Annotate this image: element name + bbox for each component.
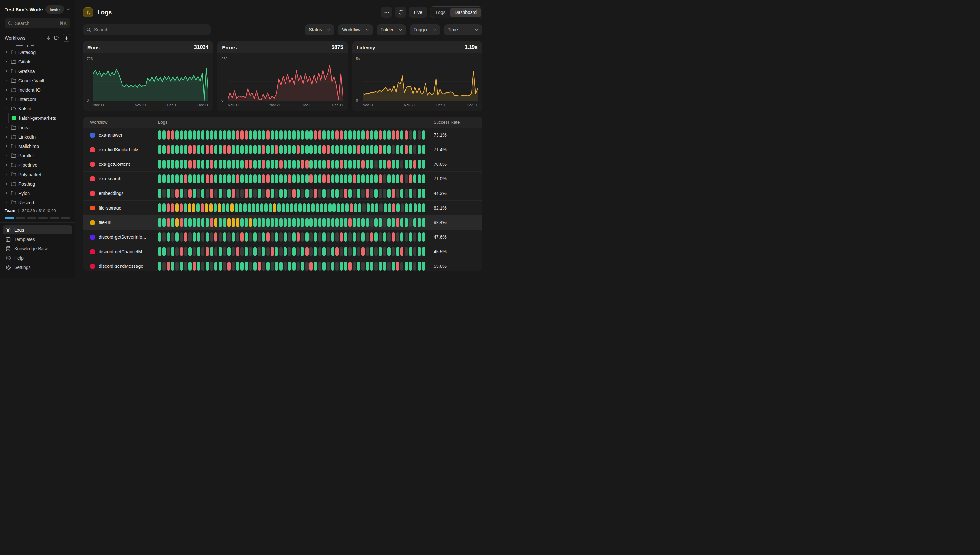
log-pill[interactable]	[223, 218, 226, 227]
log-pill[interactable]	[283, 233, 287, 242]
log-pill[interactable]	[206, 189, 209, 198]
log-pill[interactable]	[292, 160, 296, 169]
log-pill[interactable]	[352, 174, 356, 183]
log-pill[interactable]	[175, 218, 179, 227]
log-pill[interactable]	[163, 189, 166, 198]
log-pill[interactable]	[171, 247, 174, 256]
log-pill[interactable]	[309, 261, 313, 271]
log-pill[interactable]	[354, 203, 357, 212]
log-pill[interactable]	[184, 189, 187, 198]
log-pill[interactable]	[288, 160, 291, 169]
log-pill[interactable]	[193, 130, 196, 140]
log-pill[interactable]	[405, 160, 408, 169]
log-pill[interactable]	[340, 189, 343, 198]
log-pill[interactable]	[214, 233, 217, 242]
log-pill[interactable]	[223, 261, 226, 271]
log-pill[interactable]	[275, 145, 278, 154]
log-pill[interactable]	[279, 189, 283, 198]
log-pill[interactable]	[167, 247, 170, 256]
log-pill[interactable]	[262, 145, 265, 154]
log-pill[interactable]	[270, 160, 274, 169]
log-pill[interactable]	[266, 233, 270, 242]
log-pill[interactable]	[387, 233, 391, 242]
log-pill[interactable]	[422, 203, 425, 212]
log-pill[interactable]	[288, 189, 291, 198]
log-pill[interactable]	[348, 218, 352, 227]
log-pill[interactable]	[335, 233, 339, 242]
log-pill[interactable]	[413, 160, 417, 169]
log-pill[interactable]	[219, 247, 222, 256]
log-pill[interactable]	[275, 160, 278, 169]
log-pill[interactable]	[240, 174, 244, 183]
log-pill[interactable]	[309, 174, 313, 183]
log-pill[interactable]	[283, 218, 287, 227]
log-pill[interactable]	[282, 203, 285, 212]
log-pill[interactable]	[262, 130, 265, 140]
log-pill[interactable]	[358, 203, 361, 212]
log-pill[interactable]	[400, 261, 404, 271]
log-pill[interactable]	[283, 247, 287, 256]
log-pill[interactable]	[264, 203, 268, 212]
log-pill[interactable]	[333, 203, 336, 212]
log-pill[interactable]	[253, 247, 257, 256]
sidebar-folder-polymarket[interactable]: Polymarket	[2, 170, 73, 179]
log-pill[interactable]	[396, 130, 399, 140]
log-pill[interactable]	[361, 174, 365, 183]
log-pill[interactable]	[327, 174, 330, 183]
log-pill[interactable]	[418, 247, 421, 256]
log-pill[interactable]	[214, 261, 217, 271]
nav-item-settings[interactable]: Settings	[3, 263, 72, 272]
log-pill[interactable]	[352, 160, 356, 169]
log-pill[interactable]	[167, 174, 170, 183]
log-pill[interactable]	[163, 130, 166, 140]
log-pill[interactable]	[340, 145, 343, 154]
log-pill[interactable]	[197, 174, 200, 183]
log-pill[interactable]	[357, 160, 360, 169]
log-pill[interactable]	[322, 130, 326, 140]
log-pill[interactable]	[331, 160, 335, 169]
log-pill[interactable]	[245, 247, 248, 256]
log-pill[interactable]	[206, 261, 209, 271]
log-pill[interactable]	[396, 247, 399, 256]
log-pill[interactable]	[384, 203, 387, 212]
log-pill[interactable]	[374, 261, 378, 271]
log-pill[interactable]	[387, 189, 391, 198]
log-pill[interactable]	[257, 189, 261, 198]
log-pill[interactable]	[175, 261, 179, 271]
log-pill[interactable]	[366, 189, 369, 198]
log-pill[interactable]	[262, 174, 265, 183]
log-pill[interactable]	[301, 130, 304, 140]
log-pill[interactable]	[262, 218, 265, 227]
log-pill[interactable]	[348, 130, 352, 140]
log-pill[interactable]	[418, 189, 421, 198]
log-pill[interactable]	[239, 203, 242, 212]
log-pill[interactable]	[331, 233, 335, 242]
log-pill[interactable]	[296, 174, 300, 183]
log-pill[interactable]	[400, 247, 404, 256]
log-pill[interactable]	[344, 189, 348, 198]
log-pill[interactable]	[193, 233, 196, 242]
log-pill[interactable]	[413, 189, 417, 198]
log-pill[interactable]	[197, 218, 200, 227]
log-pill[interactable]	[214, 203, 217, 212]
log-pill[interactable]	[379, 261, 382, 271]
log-pill[interactable]	[322, 145, 326, 154]
log-pill[interactable]	[210, 130, 213, 140]
log-pill[interactable]	[296, 160, 300, 169]
log-pill[interactable]	[379, 218, 382, 227]
log-pill[interactable]	[262, 189, 265, 198]
log-pill[interactable]	[318, 189, 322, 198]
logs-search-input[interactable]: Search	[83, 24, 211, 35]
log-pill[interactable]	[175, 160, 179, 169]
table-row-exa-answer[interactable]: exa-answer73.1%	[83, 128, 482, 142]
log-pill[interactable]	[309, 130, 313, 140]
log-pill[interactable]	[379, 247, 382, 256]
log-pill[interactable]	[383, 261, 386, 271]
log-pill[interactable]	[314, 233, 317, 242]
log-pill[interactable]	[163, 145, 166, 154]
log-pill[interactable]	[418, 145, 421, 154]
log-pill[interactable]	[236, 247, 239, 256]
log-pill[interactable]	[219, 233, 222, 242]
log-pill[interactable]	[253, 130, 257, 140]
log-pill[interactable]	[245, 218, 248, 227]
